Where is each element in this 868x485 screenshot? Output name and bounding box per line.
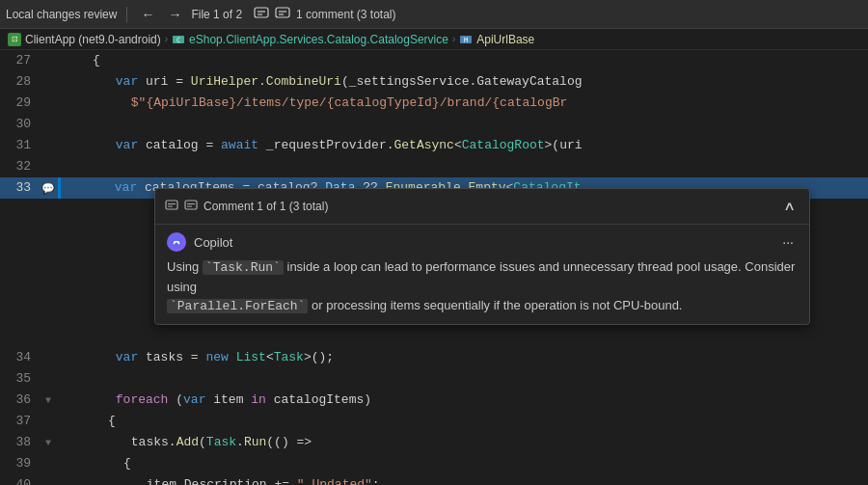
line-num: 31 <box>0 135 39 156</box>
method-icon: M <box>459 33 473 46</box>
table-row: 40 item.Description += " Updated"; <box>0 474 868 485</box>
android-icon: ⊡ <box>8 33 21 46</box>
line-content: var tasks = new List<Task>(); <box>58 347 868 368</box>
line-num: 38 <box>0 432 39 453</box>
line-content <box>58 114 868 135</box>
line-num: 39 <box>0 453 39 474</box>
line-gutter <box>39 411 58 432</box>
line-gutter <box>39 135 58 156</box>
comment-count-label: 1 comment (3 total) <box>296 8 395 21</box>
local-changes-label: Local changes review <box>6 8 117 21</box>
comment-author-row: Copilot ··· <box>167 232 798 252</box>
svg-rect-10 <box>166 201 177 209</box>
svg-text:M: M <box>464 37 468 44</box>
line-num: 28 <box>0 71 39 93</box>
comment-body: Copilot ··· Using `Task.Run` inside a lo… <box>155 225 809 324</box>
line-content <box>58 368 868 390</box>
breadcrumb-bar: ⊡ ClientApp (net9.0-android) › C eShop.C… <box>0 29 868 50</box>
table-row: 39 { <box>0 453 868 474</box>
collapse-icon[interactable]: ▼ <box>45 395 51 406</box>
line-content: $"{ApiUrlBase}/items/type/{catalogTypeId… <box>58 93 868 114</box>
line-gutter <box>39 368 58 390</box>
toolbar: Local changes review ← → File 1 of 2 1 c… <box>0 0 868 29</box>
code-editor: 27 { 28 var uri = UriHelper.CombineUri(_… <box>0 50 868 485</box>
line-num: 35 <box>0 368 39 390</box>
author-name-label: Copilot <box>194 235 771 250</box>
line-gutter-comment[interactable]: 💬 <box>39 177 58 199</box>
table-row: 35 <box>0 368 868 390</box>
line-num: 36 <box>0 390 39 411</box>
line-content: item.Description += " Updated"; <box>58 474 868 485</box>
line-gutter <box>39 50 58 71</box>
table-row: 30 <box>0 114 868 135</box>
line-gutter <box>39 93 58 114</box>
line-gutter <box>39 156 58 177</box>
comment-header-icon-1 <box>165 200 178 213</box>
comment-header-icon-2 <box>184 200 198 213</box>
comment-icon-2 <box>275 7 290 22</box>
comment-counter-label: Comment 1 of 1 (3 total) <box>203 200 773 213</box>
divider-1 <box>126 7 127 22</box>
line-num: 32 <box>0 156 39 177</box>
line-content: { <box>58 453 868 474</box>
line-gutter <box>39 114 58 135</box>
table-row: 36 ▼ foreach (var item in catalogItems) <box>0 390 868 411</box>
breadcrumb-chevron-2: › <box>452 34 455 44</box>
line-num: 27 <box>0 50 39 71</box>
line-content: { <box>58 411 868 432</box>
code-inline-2: `Parallel.ForEach` <box>167 299 308 313</box>
breadcrumb-method[interactable]: ApiUrlBase <box>476 33 534 46</box>
comment-text: Using `Task.Run` inside a loop can lead … <box>167 257 798 316</box>
file-position-label: File 1 of 2 <box>191 8 242 21</box>
local-changes-section: Local changes review <box>6 8 117 21</box>
table-row: 27 { <box>0 50 868 71</box>
svg-rect-0 <box>255 8 268 17</box>
copilot-icon <box>167 232 186 252</box>
table-row: 29 $"{ApiUrlBase}/items/type/{catalogTyp… <box>0 93 868 114</box>
class-icon: C <box>172 33 185 46</box>
line-gutter <box>39 453 58 474</box>
table-row: 34 var tasks = new List<Task>(); <box>0 347 868 368</box>
svg-point-18 <box>177 241 179 243</box>
line-num: 40 <box>0 474 39 485</box>
comment-bubble-icon[interactable]: 💬 <box>41 182 55 195</box>
line-content: { <box>58 50 868 71</box>
comment-icon-1 <box>254 7 269 22</box>
line-content: tasks.Add(Task.Run(() => <box>58 432 868 453</box>
code-area: 27 { 28 var uri = UriHelper.CombineUri(_… <box>0 50 868 485</box>
comment-close-button[interactable]: ∧ <box>779 199 800 215</box>
line-gutter: ▼ <box>39 432 58 453</box>
nav-forward-button[interactable]: → <box>164 5 185 24</box>
line-gutter <box>39 474 58 485</box>
collapse-icon-2[interactable]: ▼ <box>45 438 51 448</box>
breadcrumb-project[interactable]: ClientApp (net9.0-android) <box>25 33 161 46</box>
line-num: 34 <box>0 347 39 368</box>
table-row: 31 var catalog = await _requestProvider.… <box>0 135 868 156</box>
breadcrumb-service[interactable]: eShop.ClientApp.Services.Catalog.Catalog… <box>189 33 448 46</box>
breadcrumb-chevron-1: › <box>165 34 168 44</box>
line-num: 29 <box>0 93 39 114</box>
line-gutter <box>39 347 58 368</box>
comment-popup-header: Comment 1 of 1 (3 total) ∧ <box>155 189 809 225</box>
table-row: 32 <box>0 156 868 177</box>
line-gutter <box>39 71 58 93</box>
svg-rect-13 <box>185 201 197 209</box>
line-content: foreach (var item in catalogItems) <box>58 390 868 411</box>
line-num: 37 <box>0 411 39 432</box>
code-inline-1: `Task.Run` <box>203 260 284 275</box>
table-row: 38 ▼ tasks.Add(Task.Run(() => <box>0 432 868 453</box>
table-row: 37 { <box>0 411 868 432</box>
line-content <box>58 156 868 177</box>
table-row: 28 var uri = UriHelper.CombineUri(_setti… <box>0 71 868 93</box>
nav-back-button[interactable]: ← <box>137 5 158 24</box>
line-num: 30 <box>0 114 39 135</box>
svg-text:C: C <box>176 37 180 44</box>
svg-point-17 <box>174 241 176 243</box>
line-content: var catalog = await _requestProvider.Get… <box>58 135 868 156</box>
line-content: var uri = UriHelper.CombineUri(_settings… <box>58 71 868 93</box>
main-editor: 27 { 28 var uri = UriHelper.CombineUri(_… <box>0 50 868 485</box>
more-options-button[interactable]: ··· <box>778 233 798 251</box>
line-gutter: ▼ <box>39 390 58 411</box>
comment-popup: Comment 1 of 1 (3 total) ∧ <box>154 188 810 325</box>
svg-rect-3 <box>276 8 289 17</box>
